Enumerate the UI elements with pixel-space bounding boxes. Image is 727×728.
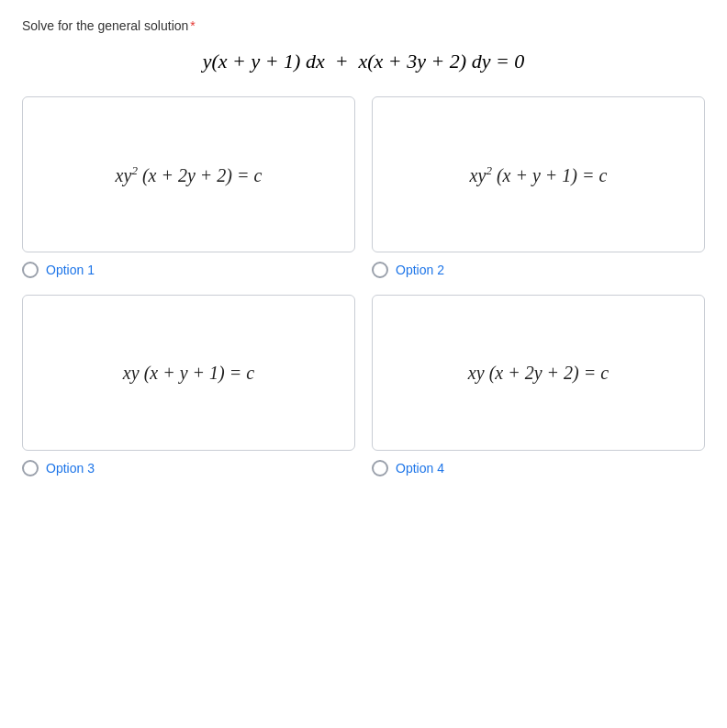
option-2-label[interactable]: Option 2 (396, 263, 444, 277)
question-text: Solve for the general solution (22, 18, 188, 33)
option-3-formula: xy (x + y + 1) = c (123, 363, 254, 384)
option-2-radio[interactable] (372, 262, 388, 278)
equation-display: y(x + y + 1) dx + x(x + 3y + 2) dy = 0 (203, 50, 525, 73)
option-2-radio-row: Option 2 (372, 262, 705, 278)
option-3-radio-row: Option 3 (22, 460, 355, 476)
option-2-wrapper: xy2 (x + y + 1) = c Option 2 (372, 96, 705, 278)
option-1-radio-row: Option 1 (22, 262, 355, 278)
option-4-radio[interactable] (372, 460, 388, 476)
option-3-wrapper: xy (x + y + 1) = c Option 3 (22, 295, 355, 476)
option-4-radio-row: Option 4 (372, 460, 705, 476)
option-1-radio[interactable] (22, 262, 39, 278)
option-4-box[interactable]: xy (x + 2y + 2) = c (372, 295, 705, 451)
main-equation: y(x + y + 1) dx + x(x + 3y + 2) dy = 0 (22, 46, 705, 76)
option-2-formula: xy2 (x + y + 1) = c (470, 163, 608, 186)
option-1-label[interactable]: Option 1 (46, 263, 95, 277)
required-marker: * (190, 18, 195, 33)
option-1-formula: xy2 (x + 2y + 2) = c (116, 163, 263, 186)
option-3-label[interactable]: Option 3 (46, 461, 95, 476)
options-grid: xy2 (x + 2y + 2) = c Option 1 xy2 (x + y… (22, 96, 705, 476)
option-3-radio[interactable] (22, 460, 39, 476)
option-1-wrapper: xy2 (x + 2y + 2) = c Option 1 (22, 96, 355, 278)
option-4-wrapper: xy (x + 2y + 2) = c Option 4 (372, 295, 705, 476)
option-4-formula: xy (x + 2y + 2) = c (468, 363, 609, 384)
option-1-box[interactable]: xy2 (x + 2y + 2) = c (22, 96, 355, 252)
option-3-box[interactable]: xy (x + y + 1) = c (22, 295, 355, 451)
option-4-label[interactable]: Option 4 (396, 461, 444, 476)
option-2-box[interactable]: xy2 (x + y + 1) = c (372, 96, 705, 252)
question-label: Solve for the general solution* (22, 18, 705, 33)
